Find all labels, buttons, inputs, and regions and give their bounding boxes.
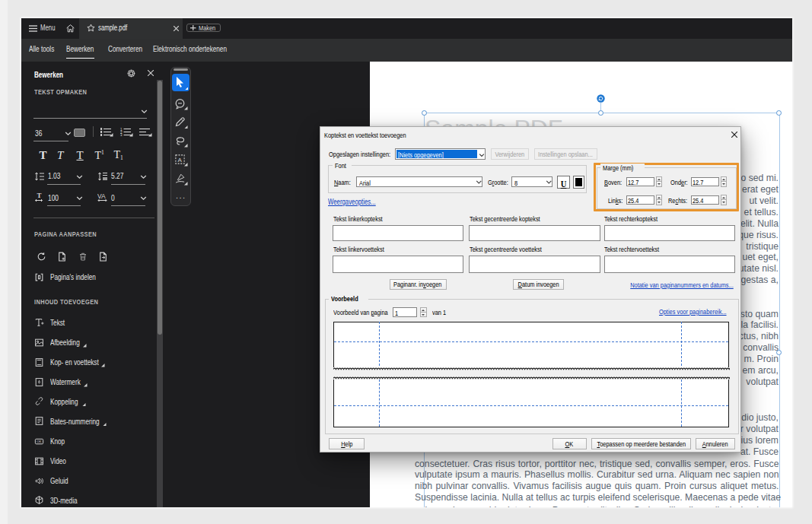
- svg-text:VA: VA: [97, 192, 106, 200]
- svg-text:A: A: [178, 157, 183, 164]
- svg-text:3: 3: [120, 133, 123, 136]
- svg-text:T: T: [37, 192, 42, 199]
- svg-text:OK: OK: [37, 440, 41, 443]
